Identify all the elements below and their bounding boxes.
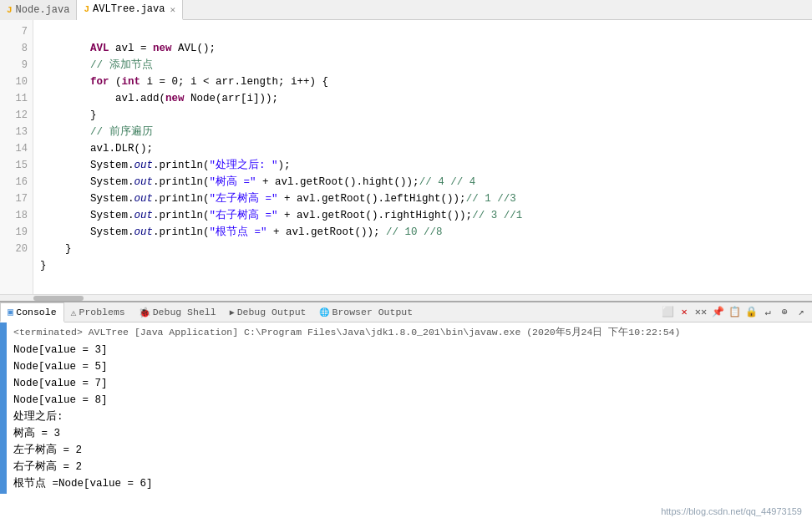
debug-output-label: Debug Output xyxy=(237,307,307,317)
watermark: https://blog.csdn.net/qq_44973159 xyxy=(661,506,802,516)
copy-button[interactable]: 📋 xyxy=(727,305,742,320)
word-wrap-button[interactable]: ↵ xyxy=(760,305,775,320)
debug-shell-icon: 🐞 xyxy=(139,307,150,318)
tab-avltree-java[interactable]: J AVLTree.java ✕ xyxy=(77,0,183,20)
open-console-button[interactable]: ↗ xyxy=(794,305,809,320)
console-output-line: 处理之后: xyxy=(13,409,805,425)
console-output-line: Node[value = 5] xyxy=(13,358,805,375)
close-icon[interactable]: ✕ xyxy=(170,4,175,15)
tab-avltree-java-label: AVLTree.java xyxy=(93,3,165,15)
code-content[interactable]: AVL avl = new AVL(); // 添加节点 for (int i … xyxy=(33,20,812,294)
minimize-button[interactable]: ⬜ xyxy=(660,305,675,320)
editor-area: J Node.java J AVLTree.java ✕ 7 8 9 10 11… xyxy=(0,0,812,301)
remove-button[interactable]: ✕✕ xyxy=(693,305,708,320)
console-output-wrapper: <terminated> AVLTree [Java Application] … xyxy=(0,322,812,523)
console-output-line: 根节点 =Node[value = 6] xyxy=(13,475,805,492)
bottom-panel: ▣ Console ⚠ Problems 🐞 Debug Shell ▶ Deb… xyxy=(0,301,812,523)
console-output-line: 右子树高 = 2 xyxy=(13,459,805,475)
java-file-icon-2: J xyxy=(84,4,89,14)
editor-tab-bar: J Node.java J AVLTree.java ✕ xyxy=(0,0,812,20)
debug-shell-label: Debug Shell xyxy=(153,307,216,317)
scroll-lock-button[interactable]: 🔒 xyxy=(743,305,759,320)
console-left-bar xyxy=(0,322,7,494)
console-text: <terminated> AVLTree [Java Application] … xyxy=(7,322,812,494)
editor-scrollbar[interactable] xyxy=(0,294,812,301)
tab-console[interactable]: ▣ Console xyxy=(0,302,64,322)
problems-label: Problems xyxy=(79,307,124,317)
console-output-line: Node[value = 8] xyxy=(13,392,805,409)
console-icon: ▣ xyxy=(8,306,13,318)
stop-button[interactable]: ✕ xyxy=(677,305,692,320)
browser-output-label: Browser Output xyxy=(332,307,413,317)
console-output-line: 树高 = 3 xyxy=(13,425,805,442)
tab-problems[interactable]: ⚠ Problems xyxy=(64,302,132,322)
console-output-line: 左子树高 = 2 xyxy=(13,442,805,459)
tab-browser-output[interactable]: 🌐 Browser Output xyxy=(312,302,419,322)
tab-debug-output[interactable]: ▶ Debug Output xyxy=(223,302,313,322)
console-label: Console xyxy=(16,307,56,317)
line-numbers: 7 8 9 10 11 12 13 14 15 16 17 18 19 20 xyxy=(0,20,33,294)
console-toolbar: ⬜ ✕ ✕✕ 📌 📋 🔒 ↵ ⊕ ↗ xyxy=(660,305,812,320)
new-console-button[interactable]: ⊕ xyxy=(777,305,792,320)
tab-node-java[interactable]: J Node.java xyxy=(0,0,77,20)
console-output-line: Node[value = 7] xyxy=(13,375,805,392)
pin-button[interactable]: 📌 xyxy=(710,305,725,320)
java-file-icon: J xyxy=(7,5,13,15)
tab-debug-shell[interactable]: 🐞 Debug Shell xyxy=(132,302,223,322)
code-container: 7 8 9 10 11 12 13 14 15 16 17 18 19 20 A… xyxy=(0,20,812,294)
debug-output-icon: ▶ xyxy=(230,307,235,317)
console-output-line: Node[value = 3] xyxy=(13,342,805,358)
editor-scrollbar-thumb[interactable] xyxy=(33,296,84,301)
console-output[interactable]: <terminated> AVLTree [Java Application] … xyxy=(0,322,812,494)
problems-icon: ⚠ xyxy=(71,307,77,318)
terminated-line: <terminated> AVLTree [Java Application] … xyxy=(13,324,805,340)
console-tab-bar: ▣ Console ⚠ Problems 🐞 Debug Shell ▶ Deb… xyxy=(0,302,812,322)
browser-output-icon: 🌐 xyxy=(319,307,329,317)
tab-node-java-label: Node.java xyxy=(16,4,70,16)
